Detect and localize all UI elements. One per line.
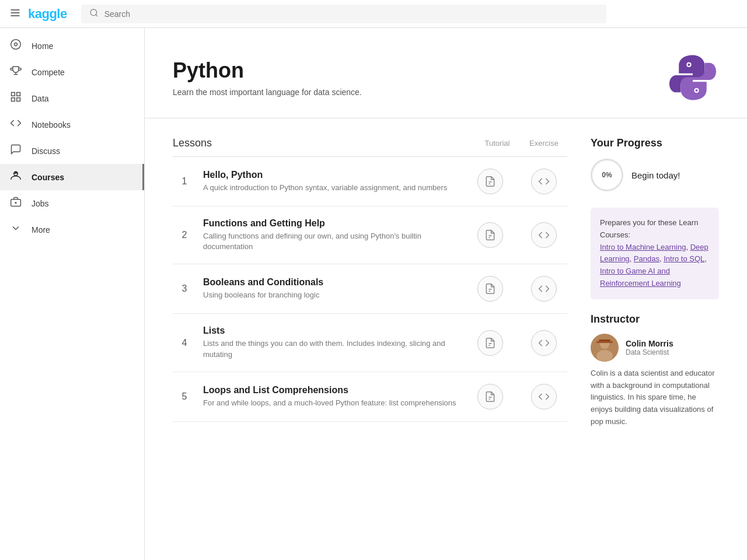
lesson-number: 4 xyxy=(173,338,196,348)
sep4: , xyxy=(704,254,707,263)
sidebar-item-data[interactable]: Data xyxy=(0,85,144,111)
sidebar-item-more[interactable]: More xyxy=(0,216,144,243)
lessons-heading: Lessons xyxy=(173,137,474,149)
menu-icon[interactable] xyxy=(9,7,21,21)
lesson-name: Hello, Python xyxy=(203,170,460,180)
sidebar-label-compete: Compete xyxy=(32,68,65,77)
svg-point-6 xyxy=(15,43,18,46)
sidebar-label-courses: Courses xyxy=(32,173,64,182)
course-link-sql[interactable]: Intro to SQL xyxy=(664,254,704,263)
prepares-text: Prepares you for these Learn Courses: In… xyxy=(600,217,710,290)
lesson-name: Lists xyxy=(203,326,460,336)
instructor-row: Colin Morris Data Scientist xyxy=(591,334,719,362)
svg-line-4 xyxy=(96,15,97,16)
sidebar-item-discuss[interactable]: Discuss xyxy=(0,138,144,164)
instructor-section: Instructor xyxy=(591,313,719,428)
kaggle-logo[interactable]: kaggle xyxy=(28,6,67,22)
jobs-icon xyxy=(9,196,22,211)
table-row: 4 Lists Lists and the things you can do … xyxy=(173,314,567,372)
course-link-pandas[interactable]: Pandas xyxy=(634,254,659,263)
search-bar xyxy=(81,5,606,23)
lesson-name: Functions and Getting Help xyxy=(203,218,460,229)
sidebar: Home Compete Data xyxy=(0,28,145,560)
course-link-gameai[interactable]: Intro to Game AI and Reinforcement Learn… xyxy=(600,267,681,288)
notebooks-icon xyxy=(9,117,22,132)
sidebar-label-home: Home xyxy=(32,41,53,51)
svg-point-20 xyxy=(696,89,698,92)
svg-rect-12 xyxy=(17,98,20,102)
sidebar-item-jobs[interactable]: Jobs xyxy=(0,190,144,216)
svg-rect-11 xyxy=(12,98,15,102)
layout: Home Compete Data xyxy=(0,28,747,560)
lesson-info: Functions and Getting Help Calling funct… xyxy=(203,218,460,252)
prepares-box: Prepares you for these Learn Courses: In… xyxy=(591,208,719,299)
course-link-ml[interactable]: Intro to Machine Learning xyxy=(600,243,686,251)
avatar xyxy=(591,334,619,362)
exercise-button[interactable] xyxy=(531,384,557,410)
content-area: Lessons Tutorial Exercise 1 Hello, Pytho… xyxy=(145,118,747,447)
lesson-number: 3 xyxy=(173,284,196,294)
tutorial-button[interactable] xyxy=(477,330,503,356)
exercise-button[interactable] xyxy=(531,222,557,248)
sidebar-item-notebooks[interactable]: Notebooks xyxy=(0,111,144,138)
lesson-desc: Calling functions and defining our own, … xyxy=(203,231,460,252)
instructor-avatar-svg xyxy=(591,334,619,362)
svg-rect-10 xyxy=(17,93,20,96)
lesson-desc: Using booleans for branching logic xyxy=(203,290,460,300)
page-title: Python xyxy=(173,58,362,83)
right-sidebar: Your Progress 0% Begin today! Prepares y… xyxy=(591,137,719,428)
progress-percent: 0% xyxy=(602,171,612,179)
progress-row: 0% Begin today! xyxy=(591,159,719,191)
sidebar-item-compete[interactable]: Compete xyxy=(0,59,144,85)
courses-icon xyxy=(9,170,22,184)
tutorial-button[interactable] xyxy=(477,384,503,410)
tutorial-button[interactable] xyxy=(477,222,503,248)
sidebar-label-more: More xyxy=(32,225,50,235)
tutorial-button[interactable] xyxy=(477,276,503,302)
compete-icon xyxy=(9,65,22,79)
search-icon xyxy=(89,8,99,20)
lesson-number: 5 xyxy=(173,391,196,402)
sidebar-label-data: Data xyxy=(32,94,49,103)
tutorial-col-header: Tutorial xyxy=(474,139,521,148)
sep1: , xyxy=(686,243,690,251)
sidebar-item-courses[interactable]: Courses xyxy=(0,164,144,190)
lesson-number: 1 xyxy=(173,176,196,187)
lessons-section: Lessons Tutorial Exercise 1 Hello, Pytho… xyxy=(173,137,567,428)
page-subtitle: Learn the most important language for da… xyxy=(173,88,362,97)
lessons-list: 1 Hello, Python A quick introduction to … xyxy=(173,157,567,422)
topbar: kaggle xyxy=(0,0,747,28)
progress-title: Your Progress xyxy=(591,137,719,149)
search-input[interactable] xyxy=(104,9,598,19)
sidebar-label-notebooks: Notebooks xyxy=(32,120,71,130)
table-row: 3 Booleans and Conditionals Using boolea… xyxy=(173,264,567,314)
exercise-button[interactable] xyxy=(531,169,557,194)
lesson-desc: A quick introduction to Python syntax, v… xyxy=(203,183,460,193)
exercise-button[interactable] xyxy=(531,330,557,356)
lesson-info: Booleans and Conditionals Using booleans… xyxy=(203,277,460,300)
svg-point-3 xyxy=(90,9,97,16)
lesson-desc: Lists and the things you can do with the… xyxy=(203,338,460,359)
hero-section: Python Learn the most important language… xyxy=(145,28,747,118)
sidebar-item-home[interactable]: Home xyxy=(0,33,144,59)
table-row: 5 Loops and List Comprehensions For and … xyxy=(173,372,567,422)
prepares-prefix: Prepares you for these Learn Courses: xyxy=(600,218,698,239)
progress-message: Begin today! xyxy=(631,170,680,180)
more-icon xyxy=(9,222,22,237)
svg-point-33 xyxy=(596,350,613,362)
lesson-desc: For and while loops, and a much-loved Py… xyxy=(203,398,460,408)
lesson-number: 2 xyxy=(173,230,196,240)
lesson-info: Lists Lists and the things you can do wi… xyxy=(203,326,460,359)
lesson-name: Booleans and Conditionals xyxy=(203,277,460,288)
progress-section: Your Progress 0% Begin today! xyxy=(591,137,719,191)
instructor-name: Colin Morris xyxy=(626,339,673,348)
lesson-info: Loops and List Comprehensions For and wh… xyxy=(203,385,460,408)
tutorial-button[interactable] xyxy=(477,169,503,194)
progress-circle: 0% xyxy=(591,159,623,191)
lessons-header: Lessons Tutorial Exercise xyxy=(173,137,567,157)
svg-rect-35 xyxy=(596,341,613,343)
exercise-button[interactable] xyxy=(531,276,557,302)
lesson-name: Loops and List Comprehensions xyxy=(203,385,460,396)
discuss-icon xyxy=(9,144,22,158)
sidebar-label-discuss: Discuss xyxy=(32,146,60,156)
